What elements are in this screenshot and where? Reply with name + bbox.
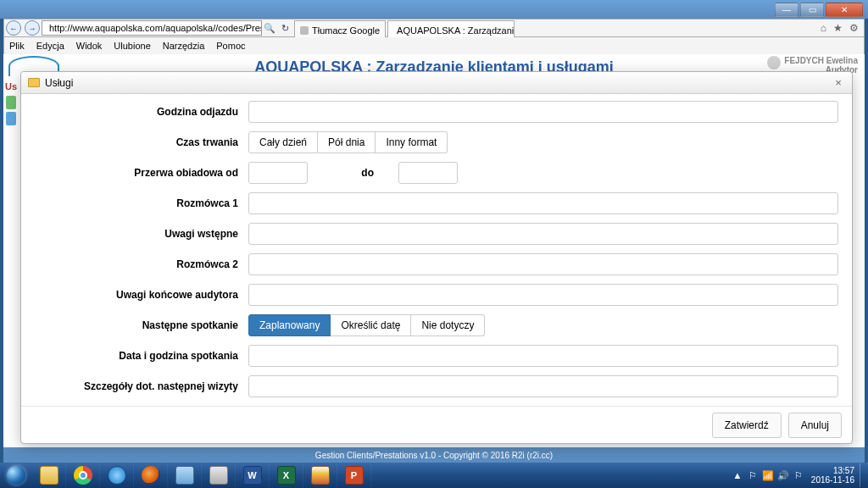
menu-narzedzia[interactable]: Narzędzia: [163, 41, 205, 51]
avatar-icon: [767, 56, 781, 69]
footer-text: Gestion Clients/Prestations v1.0 - Copyr…: [315, 451, 553, 460]
taskbar-explorer[interactable]: [32, 463, 66, 487]
taskbar-chrome[interactable]: [66, 463, 100, 487]
tab-label: Tłumacz Google: [312, 25, 380, 36]
browser-menu-bar: Plik Edycja Widok Ulubione Narzędzia Pom…: [3, 37, 865, 54]
address-bar[interactable]: http://www.aquapolska.com/aquapolska//co…: [42, 20, 262, 36]
tray-network-icon[interactable]: 📶: [762, 470, 774, 481]
tray-date: 2016-11-16: [811, 475, 854, 485]
label-czas-trwania: Czas trwania: [28, 136, 248, 148]
paint-icon: [311, 466, 330, 485]
seg-pol-dnia[interactable]: Pół dnia: [318, 131, 376, 153]
group-nastepne-spotkanie: Zaplanowany Określić datę Nie dotyczy: [248, 314, 485, 336]
label-godzina-odjazdu: Godzina odjazdu: [28, 106, 248, 118]
left-rail: Us: [3, 80, 19, 128]
folder-icon: [28, 78, 40, 87]
start-button[interactable]: [0, 463, 32, 487]
show-desktop-button[interactable]: [860, 463, 866, 487]
os-taskbar: ▲ ⚐ 📶 🔊 ⚐ 13:57 2016-11-16: [0, 463, 868, 488]
modal-body[interactable]: Godzina odjazdu Czas trwania Cały dzień …: [21, 94, 852, 406]
taskbar-powerpoint[interactable]: [337, 463, 371, 487]
seg-nie-dotyczy[interactable]: Nie dotyczy: [411, 314, 485, 336]
taskbar-paint[interactable]: [303, 463, 337, 487]
label-uwagi-koncowe: Uwagi końcowe audytora: [28, 289, 248, 301]
search-icon[interactable]: 🔍: [262, 23, 277, 34]
tray-lang-icon[interactable]: ⚐: [793, 470, 804, 481]
tab-label: AQUAPOLSKA : Zarządzanie...: [397, 25, 515, 36]
modal-title: Usługi: [45, 77, 73, 89]
seg-okreslic-date[interactable]: Określić datę: [331, 314, 411, 336]
label-rozmowca-2: Rozmówca 2: [28, 258, 248, 270]
snip-icon: [209, 466, 228, 485]
input-godzina-odjazdu[interactable]: [248, 101, 838, 123]
address-text: http://www.aquapolska.com/aquapolska//co…: [49, 23, 262, 33]
gear-icon[interactable]: ⚙: [849, 22, 859, 34]
system-tray: ▲ ⚐ 📶 🔊 ⚐ 13:57 2016-11-16: [730, 463, 868, 487]
input-rozmowca-2[interactable]: [248, 253, 838, 275]
taskbar-calc[interactable]: [168, 463, 202, 487]
nav-forward-button[interactable]: →: [25, 20, 40, 36]
favorites-icon[interactable]: ★: [833, 22, 843, 34]
user-name: FEJDYCH Ewelina: [784, 56, 858, 65]
explorer-icon: [40, 466, 58, 485]
os-minimize-button[interactable]: —: [775, 3, 798, 17]
menu-ulubione[interactable]: Ulubione: [114, 41, 150, 51]
os-close-button[interactable]: ✕: [826, 3, 863, 17]
ie-icon: [108, 466, 126, 485]
label-data-spotkania: Data i godzina spotkania: [28, 350, 248, 362]
modal-close-button[interactable]: ×: [832, 76, 845, 90]
input-rozmowca-1[interactable]: [248, 192, 838, 214]
menu-widok[interactable]: Widok: [76, 41, 103, 51]
seg-zaplanowany[interactable]: Zaplanowany: [248, 314, 331, 336]
confirm-button[interactable]: Zatwierdź: [712, 413, 782, 438]
chrome-icon: [74, 466, 92, 485]
label-przerwa-od: Przerwa obiadowa od: [28, 167, 248, 179]
left-rail-item-add[interactable]: [6, 96, 16, 109]
os-maximize-button[interactable]: ▭: [800, 3, 824, 17]
refresh-icon[interactable]: ↻: [277, 23, 292, 34]
taskbar-excel[interactable]: [270, 463, 303, 487]
input-uwagi-wstepne[interactable]: [248, 223, 838, 245]
excel-icon: [277, 466, 296, 485]
taskbar-firefox[interactable]: [134, 463, 168, 487]
input-przerwa-od[interactable]: [248, 162, 308, 184]
taskbar-snip[interactable]: [202, 463, 236, 487]
tray-volume-icon[interactable]: 🔊: [777, 470, 789, 481]
firefox-icon: [142, 466, 160, 485]
menu-pomoc[interactable]: Pomoc: [216, 41, 245, 51]
input-uwagi-koncowe[interactable]: [248, 284, 838, 306]
label-przerwa-do: do: [361, 167, 374, 179]
os-window-titlebar: — ▭ ✕: [0, 0, 868, 19]
browser-chrome: ← → http://www.aquapolska.com/aquapolska…: [3, 19, 865, 37]
seg-inny-format[interactable]: Inny format: [376, 131, 448, 153]
calc-icon: [175, 466, 194, 485]
tray-action-center-icon[interactable]: ⚐: [747, 470, 759, 481]
input-przerwa-do[interactable]: [398, 162, 458, 184]
input-data-spotkania[interactable]: [248, 345, 838, 367]
input-szczegoly-wizyty[interactable]: [248, 375, 838, 397]
seg-caly-dzien[interactable]: Cały dzień: [248, 131, 318, 153]
left-rail-label: Us: [3, 80, 19, 93]
services-modal: Usługi × Godzina odjazdu Czas trwania Ca…: [20, 71, 853, 444]
nav-back-button[interactable]: ←: [6, 20, 21, 36]
left-rail-item[interactable]: [6, 112, 16, 125]
label-nastepne-spotkanie: Następne spotkanie: [28, 319, 248, 331]
word-icon: [243, 466, 262, 485]
label-uwagi-wstepne: Uwagi wstępne: [28, 228, 248, 240]
label-szczegoly-wizyty: Szczegóły dot. następnej wizyty: [28, 380, 248, 392]
tab-strip: Tłumacz Google AQUAPOLSKA : Zarządzanie.…: [292, 19, 515, 37]
tray-clock[interactable]: 13:57 2016-11-16: [811, 466, 854, 485]
cancel-button[interactable]: Anuluj: [788, 413, 842, 438]
tray-time: 13:57: [811, 466, 854, 475]
tab-translate[interactable]: Tłumacz Google: [294, 20, 386, 37]
menu-edycja[interactable]: Edycja: [36, 41, 64, 51]
home-icon[interactable]: ⌂: [821, 22, 826, 34]
windows-orb-icon: [7, 466, 25, 485]
label-rozmowca-1: Rozmówca 1: [28, 197, 248, 209]
tray-show-hidden-icon[interactable]: ▲: [732, 470, 743, 480]
taskbar-word[interactable]: [236, 463, 270, 487]
tab-aquapolska[interactable]: AQUAPOLSKA : Zarządzanie... ×: [387, 20, 515, 37]
taskbar-ie[interactable]: [100, 463, 134, 487]
menu-plik[interactable]: Plik: [9, 41, 25, 51]
browser-toolbar-right: ⌂ ★ ⚙: [821, 22, 864, 34]
